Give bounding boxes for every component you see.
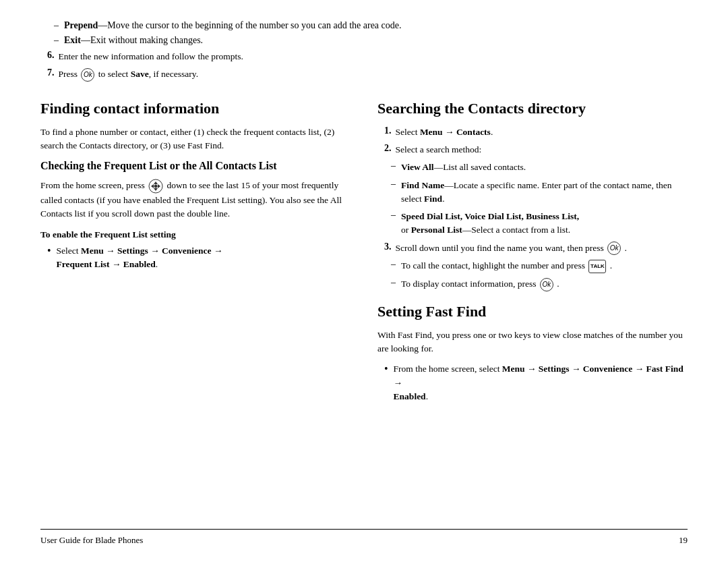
step1-period: . bbox=[491, 127, 493, 137]
arrow1: → bbox=[106, 246, 115, 256]
svg-marker-3 bbox=[151, 184, 154, 188]
call-text2: . bbox=[610, 260, 612, 271]
call-content: To call the contact, highlight the numbe… bbox=[401, 259, 612, 273]
bullet-dot: • bbox=[47, 244, 51, 272]
step6-text: Enter the new information and follow the… bbox=[59, 50, 243, 63]
step2-subbullets: – View All—List all saved contacts. – Fi… bbox=[377, 161, 688, 237]
svg-marker-4 bbox=[158, 184, 160, 188]
fast-find-arrow1: → bbox=[527, 364, 539, 374]
display-text2: . bbox=[557, 279, 559, 289]
enable-bullet: • Select Menu → Settings → Convenience →… bbox=[40, 244, 351, 272]
exit-dash-icon: – bbox=[54, 35, 59, 46]
footer-title: User Guide for Blade Phones bbox=[40, 535, 143, 546]
finding-heading: Finding contact information bbox=[40, 99, 351, 119]
svg-point-5 bbox=[154, 185, 158, 188]
fast-find-dot: • bbox=[384, 362, 388, 403]
frequent-list-body: From the home screen, press down to see … bbox=[40, 179, 351, 221]
personal-dash: — bbox=[462, 225, 472, 235]
view-all-dash2: — bbox=[434, 162, 444, 172]
view-all-bullet: – View All—List all saved contacts. bbox=[391, 161, 688, 174]
right-column: Searching the Contacts directory 1. Sele… bbox=[377, 99, 688, 515]
step1-text: Select bbox=[396, 127, 418, 137]
arrow2: → bbox=[150, 246, 160, 256]
find-name-bold: Find bbox=[424, 194, 442, 204]
convenience-bold: Convenience bbox=[162, 246, 212, 256]
step7-number: 7. bbox=[47, 67, 55, 82]
find-name-bullet: – Find Name—Locate a specific name. Ente… bbox=[391, 179, 688, 206]
exit-label: Exit bbox=[64, 35, 81, 45]
ok-icon: Ok bbox=[81, 68, 94, 82]
page-container: – Prepend—Move the cursor to the beginni… bbox=[40, 20, 688, 546]
find-name-content: Find Name—Locate a specific name. Enter … bbox=[401, 179, 688, 206]
search-step1: 1. Select Menu → Contacts. bbox=[377, 125, 688, 139]
step7-text2: to select bbox=[98, 69, 131, 79]
to-enable-heading: To enable the Frequent List setting bbox=[40, 229, 351, 240]
top-section: – Prepend—Move the cursor to the beginni… bbox=[40, 20, 688, 86]
find-name-dash2: — bbox=[444, 180, 454, 190]
step3-text2: . bbox=[625, 243, 627, 253]
call-contact-bullet: – To call the contact, highlight the num… bbox=[391, 259, 688, 273]
select-text: Select bbox=[57, 246, 79, 256]
speed-dial-content: Speed Dial List, Voice Dial List, Busine… bbox=[401, 210, 579, 237]
arrow4: → bbox=[112, 259, 121, 269]
two-column-layout: Finding contact information To find a ph… bbox=[40, 99, 688, 515]
step7-text: Press bbox=[59, 69, 78, 79]
speed-dial-bullet: – Speed Dial List, Voice Dial List, Busi… bbox=[391, 210, 688, 237]
bullet-prepend: – Prepend—Move the cursor to the beginni… bbox=[40, 20, 688, 31]
search-step3: 3. Scroll down until you find the name y… bbox=[377, 242, 688, 256]
fast-find-content: From the home screen, select Menu → Sett… bbox=[394, 362, 688, 403]
nav-arrow-icon bbox=[148, 179, 163, 194]
searching-heading: Searching the Contacts directory bbox=[377, 99, 688, 119]
fast-find-convenience: Convenience bbox=[583, 364, 633, 374]
frequent-bold: Frequent List bbox=[57, 259, 110, 269]
fast-find-body: With Fast Find, you press one or two key… bbox=[377, 329, 688, 356]
footer-page: 19 bbox=[679, 535, 688, 546]
ok-icon-2: Ok bbox=[607, 242, 621, 255]
save-label: Save bbox=[131, 69, 149, 79]
find-name-period: . bbox=[442, 194, 444, 204]
fast-find-heading: Setting Fast Find bbox=[377, 302, 688, 322]
step1-number: 1. bbox=[384, 125, 392, 139]
step3-subbullets: – To call the contact, highlight the num… bbox=[377, 259, 688, 291]
step3-text: Scroll down until you find the name you … bbox=[396, 243, 604, 253]
arrow3: → bbox=[214, 246, 223, 256]
fast-find-fastfind: Fast Find bbox=[646, 364, 684, 374]
step1-arrow: → bbox=[445, 127, 456, 137]
step1-content: Select Menu → Contacts. bbox=[396, 125, 493, 139]
display-dash: – bbox=[391, 277, 396, 291]
view-all-dash: – bbox=[391, 161, 396, 174]
exit-content: Exit—Exit without making changes. bbox=[64, 35, 688, 46]
prepend-content: Prepend—Move the cursor to the beginning… bbox=[64, 20, 688, 31]
prepend-text: Move the cursor to the beginning of the … bbox=[107, 20, 401, 30]
finding-body: To find a phone number or contact, eithe… bbox=[40, 125, 351, 153]
prepend-label: Prepend bbox=[64, 20, 98, 30]
step3-number: 3. bbox=[384, 242, 392, 256]
enable-content: Select Menu → Settings → Convenience → F… bbox=[57, 244, 351, 272]
step1-menu: Menu bbox=[420, 127, 443, 137]
fast-find-bullet: • From the home screen, select Menu → Se… bbox=[377, 362, 688, 403]
call-dash: – bbox=[391, 259, 396, 273]
fast-find-period: . bbox=[426, 391, 428, 401]
step2-text: Select a search method: bbox=[396, 143, 482, 157]
step7-content: Press Ok to select Save, if necessary. bbox=[59, 67, 199, 82]
svg-marker-1 bbox=[154, 181, 158, 184]
personal-list-text: Select a contact from a list. bbox=[471, 225, 570, 235]
display-content: To display contact information, press Ok… bbox=[401, 277, 559, 291]
menu-bold: Menu bbox=[81, 246, 104, 256]
exit-dash2: — bbox=[81, 35, 90, 45]
frequent-list-heading: Checking the Frequent List or the All Co… bbox=[40, 159, 351, 173]
page-footer: User Guide for Blade Phones 19 bbox=[40, 529, 688, 546]
fast-find-arrow3: → bbox=[635, 364, 646, 374]
fast-find-section: Setting Fast Find With Fast Find, you pr… bbox=[377, 302, 688, 403]
finding-section: Finding contact information To find a ph… bbox=[40, 99, 351, 152]
personal-list-label: Personal List bbox=[411, 225, 462, 235]
display-info-bullet: – To display contact information, press … bbox=[391, 277, 688, 291]
searching-section: Searching the Contacts directory 1. Sele… bbox=[377, 99, 688, 291]
step6: 6. Enter the new information and follow … bbox=[40, 50, 688, 63]
fast-find-text: From the home screen, select bbox=[394, 364, 500, 374]
search-step2: 2. Select a search method: bbox=[377, 143, 688, 157]
left-column: Finding contact information To find a ph… bbox=[40, 99, 351, 515]
fast-find-arrow4: → bbox=[394, 378, 403, 388]
bullet-exit: – Exit—Exit without making changes. bbox=[40, 35, 688, 46]
view-all-content: View All—List all saved contacts. bbox=[401, 161, 526, 174]
